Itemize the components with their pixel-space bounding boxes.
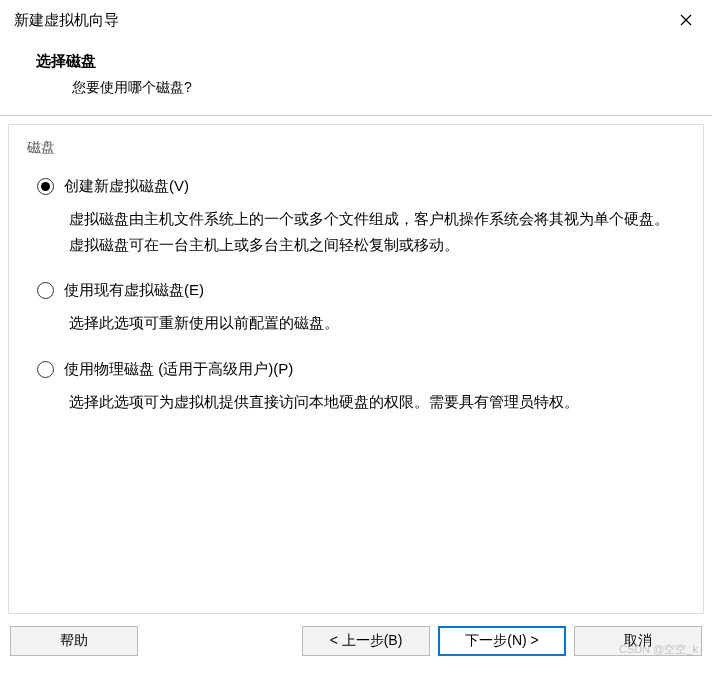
- radio-row-create[interactable]: 创建新虚拟磁盘(V): [37, 177, 685, 196]
- option-use-physical-disk: 使用物理磁盘 (适用于高级用户)(P) 选择此选项可为虚拟机提供直接访问本地硬盘…: [27, 360, 685, 415]
- page-subtitle: 您要使用哪个磁盘?: [36, 79, 676, 97]
- title-bar: 新建虚拟机向导: [0, 0, 712, 40]
- cancel-button[interactable]: 取消: [574, 626, 702, 656]
- button-bar: 帮助 < 上一步(B) 下一步(N) > 取消: [0, 614, 712, 668]
- page-title: 选择磁盘: [36, 52, 676, 71]
- radio-label-existing: 使用现有虚拟磁盘(E): [64, 281, 204, 300]
- radio-desc-existing: 选择此选项可重新使用以前配置的磁盘。: [37, 310, 685, 336]
- section-label: 磁盘: [27, 139, 685, 157]
- radio-row-existing[interactable]: 使用现有虚拟磁盘(E): [37, 281, 685, 300]
- nav-buttons: < 上一步(B) 下一步(N) > 取消: [302, 626, 702, 656]
- window-title: 新建虚拟机向导: [14, 11, 119, 30]
- close-button[interactable]: [674, 8, 698, 32]
- radio-physical[interactable]: [37, 361, 54, 378]
- back-button[interactable]: < 上一步(B): [302, 626, 430, 656]
- header-divider: [0, 115, 712, 116]
- radio-desc-physical: 选择此选项可为虚拟机提供直接访问本地硬盘的权限。需要具有管理员特权。: [37, 389, 685, 415]
- disk-panel: 磁盘 创建新虚拟磁盘(V) 虚拟磁盘由主机文件系统上的一个或多个文件组成，客户机…: [8, 124, 704, 614]
- radio-row-physical[interactable]: 使用物理磁盘 (适用于高级用户)(P): [37, 360, 685, 379]
- option-create-new-disk: 创建新虚拟磁盘(V) 虚拟磁盘由主机文件系统上的一个或多个文件组成，客户机操作系…: [27, 177, 685, 257]
- option-use-existing-disk: 使用现有虚拟磁盘(E) 选择此选项可重新使用以前配置的磁盘。: [27, 281, 685, 336]
- wizard-header: 选择磁盘 您要使用哪个磁盘?: [0, 40, 712, 115]
- radio-desc-create: 虚拟磁盘由主机文件系统上的一个或多个文件组成，客户机操作系统会将其视为单个硬盘。…: [37, 206, 685, 257]
- help-button[interactable]: 帮助: [10, 626, 138, 656]
- radio-label-create: 创建新虚拟磁盘(V): [64, 177, 189, 196]
- radio-label-physical: 使用物理磁盘 (适用于高级用户)(P): [64, 360, 293, 379]
- next-button[interactable]: 下一步(N) >: [438, 626, 566, 656]
- radio-create[interactable]: [37, 178, 54, 195]
- radio-existing[interactable]: [37, 282, 54, 299]
- close-icon: [680, 14, 692, 26]
